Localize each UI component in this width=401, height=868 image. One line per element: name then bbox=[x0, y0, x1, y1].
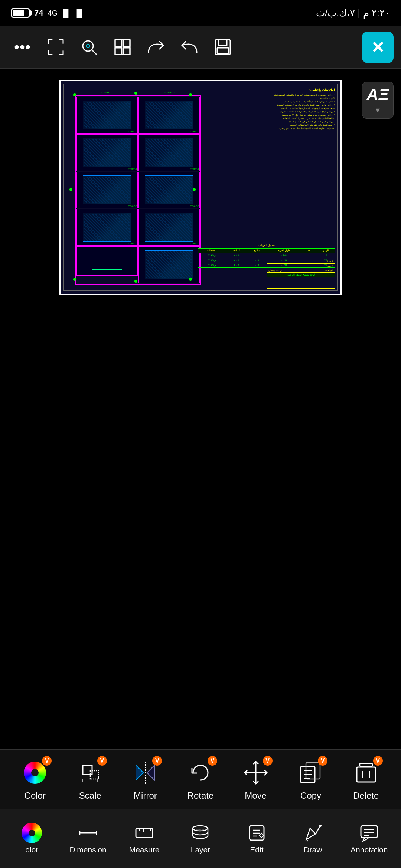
nav-layer-label: Layer bbox=[191, 845, 211, 854]
nav-color[interactable]: olor bbox=[8, 823, 56, 854]
notes-area: الملاحظات والتعليمات ١- يراعى إستخدام كا… bbox=[267, 88, 335, 244]
nav-measure[interactable]: Measure bbox=[120, 823, 169, 854]
rotate-badge: V bbox=[208, 756, 217, 766]
corner-dot-ml bbox=[69, 188, 72, 191]
svg-rect-52 bbox=[361, 826, 378, 838]
bottom-tools-bar: V Color V Scale V Mirror bbox=[0, 749, 401, 809]
mirror-icon-wrap: V bbox=[130, 758, 160, 788]
nav-draw-icon-wrap bbox=[302, 823, 324, 843]
move-tool[interactable]: V Move bbox=[234, 758, 278, 801]
delete-label: Delete bbox=[353, 790, 379, 801]
nav-dimension[interactable]: Dimension bbox=[64, 823, 112, 854]
title-main: لوحة تسليح سقف الأرضي bbox=[267, 273, 335, 277]
floor-cell-2-1: ٢.٩×٢.٢٥ bbox=[76, 134, 138, 171]
svg-rect-8 bbox=[123, 40, 130, 46]
floor-cell-3-1: ٢.٢×٢.٢٥ bbox=[76, 172, 138, 208]
table-title: جدول العزبات bbox=[198, 244, 335, 247]
floor-cell-4-2: ٢.٢×٢.٢٥ bbox=[138, 209, 200, 246]
svg-point-50 bbox=[319, 825, 322, 827]
rotate-label: Rotate bbox=[188, 790, 214, 801]
nav-dimension-icon-wrap bbox=[77, 823, 99, 843]
copy-icon-wrap: V bbox=[296, 758, 326, 788]
battery-icon bbox=[11, 8, 30, 18]
mirror-badge: V bbox=[152, 756, 162, 766]
svg-rect-13 bbox=[217, 48, 228, 53]
floor-cell-1-2: ٢.٢×٢.٢٥ bbox=[138, 97, 200, 134]
nav-annotation-label: Annotation bbox=[351, 845, 388, 854]
floor-grid: ٢.٢×٢.٢٥ ٢.٢×٢.٢٥ ٢.٩×٢.٢٥ bbox=[75, 95, 201, 285]
svg-point-0 bbox=[15, 46, 18, 49]
nav-color-icon-wrap bbox=[21, 823, 43, 843]
floor-plan-area: ٣.٠×٣.٢٥ ٣.٠×٣.٢٥ ٢.٢×٢.٢٥ bbox=[68, 88, 201, 288]
delete-icon-wrap: V bbox=[351, 758, 381, 788]
mirror-label: Mirror bbox=[134, 790, 157, 801]
corner-dot-mb bbox=[134, 280, 137, 283]
color-tool[interactable]: V Color bbox=[13, 758, 57, 801]
redo-button[interactable] bbox=[141, 32, 171, 62]
nav-annotation[interactable]: Annotation bbox=[345, 823, 393, 854]
signal-bars-1: ▐▌ bbox=[61, 9, 71, 17]
battery-level: 74 bbox=[34, 8, 43, 18]
color-badge: V bbox=[42, 756, 52, 766]
canvas-area: ٣.٠×٣.٢٥ ٣.٠×٣.٢٥ ٢.٢×٢.٢٥ bbox=[0, 69, 401, 749]
corner-dot-bl bbox=[73, 278, 76, 281]
move-label: Move bbox=[245, 790, 267, 801]
svg-line-4 bbox=[92, 50, 97, 55]
move-icon-wrap: V bbox=[241, 758, 271, 788]
nav-color-label: olor bbox=[25, 845, 38, 854]
text-panel-button[interactable]: AΞ ▾ bbox=[362, 82, 394, 119]
svg-line-51 bbox=[306, 839, 308, 841]
network-type: 4G bbox=[48, 9, 58, 17]
copy-tool[interactable]: V Copy bbox=[288, 758, 333, 801]
status-bar: 74 4G ▐▌ ▐▌ ٢:٢٠ م | ٧،ك.ب/ث bbox=[0, 0, 401, 26]
svg-point-2 bbox=[26, 46, 29, 49]
corner-dot-mt bbox=[134, 92, 137, 95]
scale-badge: V bbox=[97, 756, 107, 766]
more-button[interactable] bbox=[7, 32, 37, 62]
nav-color-icon bbox=[22, 823, 42, 843]
scale-icon-wrap: V bbox=[75, 758, 105, 788]
svg-point-1 bbox=[21, 46, 24, 49]
chevron-down-icon: ▾ bbox=[376, 105, 380, 115]
copy-label: Copy bbox=[300, 790, 321, 801]
grid-button[interactable] bbox=[108, 32, 137, 62]
nav-edit[interactable]: Edit bbox=[232, 823, 281, 854]
floor-cell-5-1 bbox=[76, 246, 138, 276]
scale-tool[interactable]: V Scale bbox=[68, 758, 113, 801]
close-button[interactable]: ✕ bbox=[362, 32, 394, 63]
floor-cell-2-2: ٢.٩×٢.٢٥ bbox=[138, 134, 200, 171]
corner-dot-tr bbox=[189, 93, 192, 96]
nav-draw-label: Draw bbox=[304, 845, 322, 854]
save-button[interactable] bbox=[208, 32, 238, 62]
signal-bars-2: ▐▌ bbox=[74, 9, 85, 17]
corner-dot-mr bbox=[193, 188, 196, 191]
mirror-tool[interactable]: V Mirror bbox=[123, 758, 167, 801]
rotate-icon-wrap: V bbox=[186, 758, 215, 788]
nav-layer[interactable]: mostaql.com Layer bbox=[176, 823, 225, 854]
nav-measure-icon-wrap bbox=[133, 823, 156, 843]
delete-tool[interactable]: V Delete bbox=[344, 758, 388, 801]
text-format-icon: AΞ bbox=[366, 85, 389, 104]
bottom-nav: olor Dimension Measure bbox=[0, 809, 401, 868]
edit-icon bbox=[247, 823, 267, 843]
main-toolbar: ✕ bbox=[0, 26, 401, 69]
svg-point-5 bbox=[86, 44, 90, 48]
drawing-sheet[interactable]: ٣.٠×٣.٢٥ ٣.٠×٣.٢٥ ٢.٢×٢.٢٥ bbox=[59, 80, 342, 295]
svg-rect-36 bbox=[136, 828, 153, 838]
rotate-tool[interactable]: V Rotate bbox=[178, 758, 223, 801]
undo-button[interactable] bbox=[175, 32, 204, 62]
delete-badge: V bbox=[373, 756, 383, 766]
color-wheel-icon bbox=[24, 762, 46, 784]
svg-rect-27 bbox=[360, 763, 372, 766]
color-label: Color bbox=[25, 790, 46, 801]
svg-line-49 bbox=[316, 826, 320, 834]
zoom-button[interactable] bbox=[74, 32, 104, 62]
corner-dot-br bbox=[189, 278, 192, 281]
dim-top: ٣.٠×٣.٢٥ ٣.٠×٣.٢٥ bbox=[75, 90, 201, 95]
svg-marker-19 bbox=[147, 765, 154, 780]
nav-draw[interactable]: Draw bbox=[289, 823, 337, 854]
title-row-revision: الإعتماد bbox=[267, 259, 335, 264]
floor-cell-1-1: ٢.٢×٢.٢٥ bbox=[76, 97, 138, 134]
signal-icons: 4G ▐▌ ▐▌ bbox=[48, 9, 84, 17]
fullscreen-button[interactable] bbox=[41, 32, 71, 62]
